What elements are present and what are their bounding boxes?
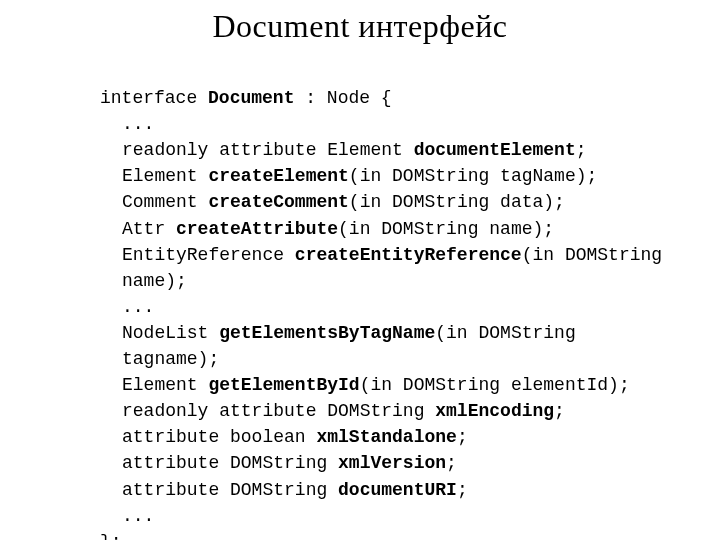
code-line: }; [100,532,122,540]
code-line: attribute DOMString documentURI; [122,480,468,500]
code-line: attribute DOMString xmlVersion; [122,453,457,473]
code-line: EntityReference createEntityReference(in… [122,245,662,265]
code-line: attribute boolean xmlStandalone; [122,427,468,447]
code-line: readonly attribute DOMString xmlEncoding… [122,401,565,421]
code-line: Element createElement(in DOMString tagNa… [122,166,597,186]
code-line: ... [122,297,154,317]
code-line: ... [122,506,154,526]
code-line: Element getElementById(in DOMString elem… [122,375,630,395]
slide: Document интерфейс interface Document : … [0,0,720,540]
code-line: name); [122,271,187,291]
code-line: tagname); [122,349,219,369]
page-title: Document интерфейс [40,8,680,45]
code-line: interface Document : Node { [100,88,392,108]
code-line: NodeList getElementsByTagName(in DOMStri… [122,323,576,343]
code-block: interface Document : Node { ... readonly… [100,59,680,540]
code-line: ... [122,114,154,134]
code-line: readonly attribute Element documentEleme… [122,140,587,160]
code-line: Attr createAttribute(in DOMString name); [122,219,554,239]
code-line: Comment createComment(in DOMString data)… [122,192,565,212]
